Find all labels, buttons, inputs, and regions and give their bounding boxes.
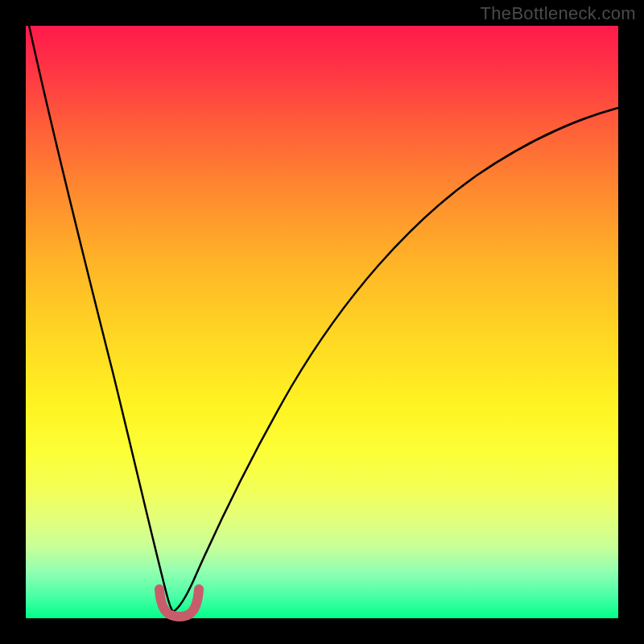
- plot-area: [26, 26, 618, 618]
- watermark-text: TheBottleneck.com: [481, 3, 636, 24]
- minimum-marker: [159, 589, 199, 617]
- bottleneck-curve-right: [173, 106, 625, 612]
- chart-svg: [26, 26, 618, 618]
- bottleneck-curve-left: [27, 18, 173, 612]
- frame: TheBottleneck.com: [0, 0, 644, 644]
